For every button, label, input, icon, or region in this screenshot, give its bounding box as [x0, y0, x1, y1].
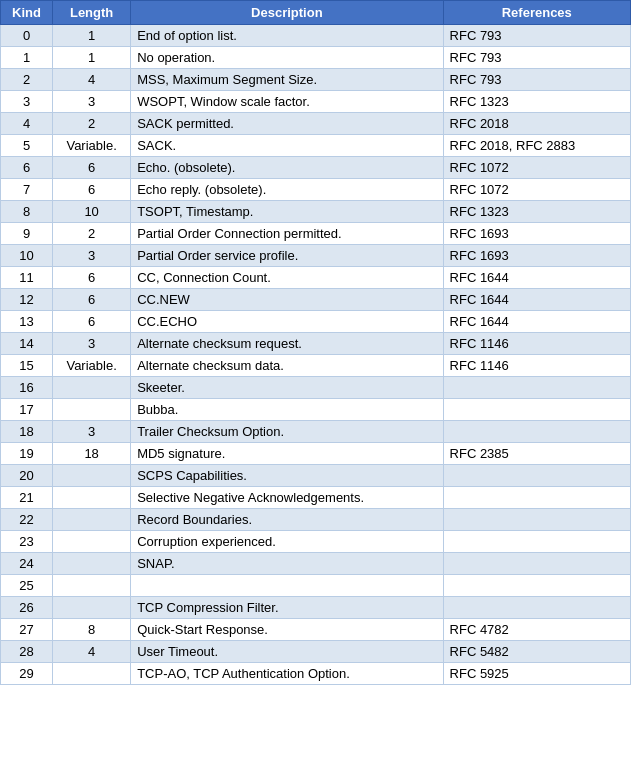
cell-kind: 27	[1, 619, 53, 641]
cell-description	[131, 575, 443, 597]
cell-references	[443, 487, 630, 509]
cell-description: MD5 signature.	[131, 443, 443, 465]
cell-references	[443, 597, 630, 619]
table-row: 136CC.ECHORFC 1644	[1, 311, 631, 333]
cell-references: RFC 793	[443, 47, 630, 69]
cell-references: RFC 1644	[443, 289, 630, 311]
cell-length	[53, 399, 131, 421]
cell-description: Alternate checksum request.	[131, 333, 443, 355]
cell-kind: 3	[1, 91, 53, 113]
table-row: 16Skeeter.	[1, 377, 631, 399]
table-row: 143Alternate checksum request.RFC 1146	[1, 333, 631, 355]
cell-description: Partial Order service profile.	[131, 245, 443, 267]
cell-description: Trailer Checksum Option.	[131, 421, 443, 443]
cell-references: RFC 2018	[443, 113, 630, 135]
cell-references: RFC 1693	[443, 245, 630, 267]
cell-description: Selective Negative Acknowledgements.	[131, 487, 443, 509]
cell-description: CC, Connection Count.	[131, 267, 443, 289]
table-row: 22Record Boundaries.	[1, 509, 631, 531]
table-row: 15Variable.Alternate checksum data.RFC 1…	[1, 355, 631, 377]
cell-description: Quick-Start Response.	[131, 619, 443, 641]
cell-kind: 9	[1, 223, 53, 245]
cell-kind: 24	[1, 553, 53, 575]
cell-length: Variable.	[53, 355, 131, 377]
cell-references: RFC 2018, RFC 2883	[443, 135, 630, 157]
cell-description: Corruption experienced.	[131, 531, 443, 553]
cell-length: 3	[53, 421, 131, 443]
cell-description: TCP-AO, TCP Authentication Option.	[131, 663, 443, 685]
cell-references: RFC 793	[443, 69, 630, 91]
cell-length: 6	[53, 267, 131, 289]
cell-length: 8	[53, 619, 131, 641]
table-row: 21Selective Negative Acknowledgements.	[1, 487, 631, 509]
cell-kind: 0	[1, 25, 53, 47]
header-kind: Kind	[1, 1, 53, 25]
cell-length	[53, 509, 131, 531]
cell-length	[53, 487, 131, 509]
header-length: Length	[53, 1, 131, 25]
cell-description: End of option list.	[131, 25, 443, 47]
cell-length: 10	[53, 201, 131, 223]
cell-references	[443, 509, 630, 531]
table-row: 33WSOPT, Window scale factor.RFC 1323	[1, 91, 631, 113]
cell-description: Echo reply. (obsolete).	[131, 179, 443, 201]
cell-description: MSS, Maximum Segment Size.	[131, 69, 443, 91]
table-row: 5Variable.SACK.RFC 2018, RFC 2883	[1, 135, 631, 157]
cell-length	[53, 597, 131, 619]
cell-description: SCPS Capabilities.	[131, 465, 443, 487]
cell-length: 4	[53, 69, 131, 91]
cell-length	[53, 531, 131, 553]
table-row: 17Bubba.	[1, 399, 631, 421]
cell-length	[53, 465, 131, 487]
cell-kind: 17	[1, 399, 53, 421]
cell-kind: 29	[1, 663, 53, 685]
header-references: References	[443, 1, 630, 25]
cell-references: RFC 4782	[443, 619, 630, 641]
cell-length: 3	[53, 333, 131, 355]
cell-kind: 21	[1, 487, 53, 509]
table-row: 01End of option list.RFC 793	[1, 25, 631, 47]
table-row: 1918MD5 signature.RFC 2385	[1, 443, 631, 465]
cell-kind: 19	[1, 443, 53, 465]
cell-references: RFC 1072	[443, 179, 630, 201]
cell-references	[443, 531, 630, 553]
table-row: 92Partial Order Connection permitted.RFC…	[1, 223, 631, 245]
table-row: 20SCPS Capabilities.	[1, 465, 631, 487]
cell-description: TSOPT, Timestamp.	[131, 201, 443, 223]
cell-references	[443, 377, 630, 399]
cell-references: RFC 1323	[443, 91, 630, 113]
cell-kind: 5	[1, 135, 53, 157]
cell-description: Echo. (obsolete).	[131, 157, 443, 179]
tcp-options-table: Kind Length Description References 01End…	[0, 0, 631, 685]
cell-references: RFC 793	[443, 25, 630, 47]
cell-kind: 25	[1, 575, 53, 597]
cell-references: RFC 1072	[443, 157, 630, 179]
cell-references	[443, 399, 630, 421]
table-row: 810TSOPT, Timestamp.RFC 1323	[1, 201, 631, 223]
cell-references	[443, 465, 630, 487]
cell-kind: 12	[1, 289, 53, 311]
cell-description: TCP Compression Filter.	[131, 597, 443, 619]
cell-length: 6	[53, 157, 131, 179]
table-row: 26TCP Compression Filter.	[1, 597, 631, 619]
cell-length	[53, 575, 131, 597]
cell-kind: 14	[1, 333, 53, 355]
cell-length: 3	[53, 245, 131, 267]
cell-length: 1	[53, 25, 131, 47]
table-row: 42SACK permitted.RFC 2018	[1, 113, 631, 135]
cell-length: Variable.	[53, 135, 131, 157]
cell-description: Skeeter.	[131, 377, 443, 399]
cell-references: RFC 1693	[443, 223, 630, 245]
cell-references: RFC 5482	[443, 641, 630, 663]
cell-description: Alternate checksum data.	[131, 355, 443, 377]
cell-length: 2	[53, 223, 131, 245]
cell-kind: 10	[1, 245, 53, 267]
cell-description: SACK.	[131, 135, 443, 157]
table-row: 183Trailer Checksum Option.	[1, 421, 631, 443]
cell-length	[53, 663, 131, 685]
cell-length: 6	[53, 311, 131, 333]
cell-length	[53, 553, 131, 575]
cell-description: Partial Order Connection permitted.	[131, 223, 443, 245]
cell-references: RFC 1146	[443, 355, 630, 377]
cell-kind: 2	[1, 69, 53, 91]
